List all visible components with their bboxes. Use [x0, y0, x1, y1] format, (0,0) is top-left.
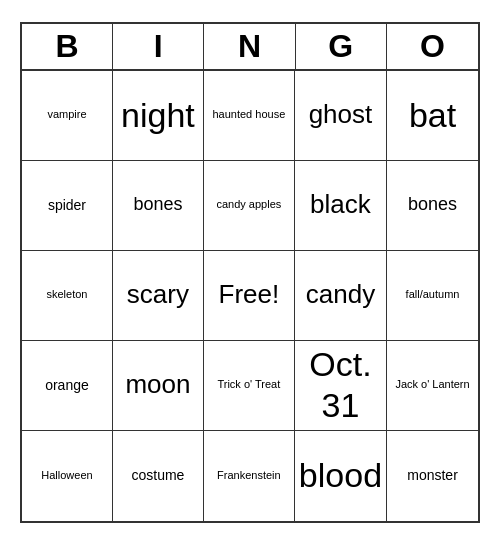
bingo-cell: bones — [113, 161, 204, 251]
bingo-cell: Trick o' Treat — [204, 341, 295, 431]
bingo-cell: monster — [387, 431, 478, 521]
bingo-grid: vampirenighthaunted houseghostbatspiderb… — [22, 71, 478, 521]
header-letter: G — [296, 24, 387, 69]
bingo-cell: blood — [295, 431, 387, 521]
bingo-cell: night — [113, 71, 204, 161]
bingo-cell: haunted house — [204, 71, 295, 161]
bingo-cell: Frankenstein — [204, 431, 295, 521]
bingo-cell: costume — [113, 431, 204, 521]
bingo-cell: Free! — [204, 251, 295, 341]
bingo-card: BINGO vampirenighthaunted houseghostbats… — [20, 22, 480, 523]
header-letter: I — [113, 24, 204, 69]
bingo-cell: bones — [387, 161, 478, 251]
bingo-cell: black — [295, 161, 387, 251]
bingo-cell: moon — [113, 341, 204, 431]
bingo-cell: orange — [22, 341, 113, 431]
bingo-cell: Halloween — [22, 431, 113, 521]
header-letter: N — [204, 24, 295, 69]
bingo-cell: candy apples — [204, 161, 295, 251]
bingo-cell: Jack o' Lantern — [387, 341, 478, 431]
bingo-cell: bat — [387, 71, 478, 161]
bingo-cell: spider — [22, 161, 113, 251]
bingo-cell: vampire — [22, 71, 113, 161]
bingo-cell: scary — [113, 251, 204, 341]
bingo-cell: skeleton — [22, 251, 113, 341]
bingo-cell: candy — [295, 251, 387, 341]
bingo-cell: fall/autumn — [387, 251, 478, 341]
bingo-cell: ghost — [295, 71, 387, 161]
bingo-cell: Oct. 31 — [295, 341, 387, 431]
header-letter: B — [22, 24, 113, 69]
header-letter: O — [387, 24, 478, 69]
bingo-header: BINGO — [22, 24, 478, 71]
